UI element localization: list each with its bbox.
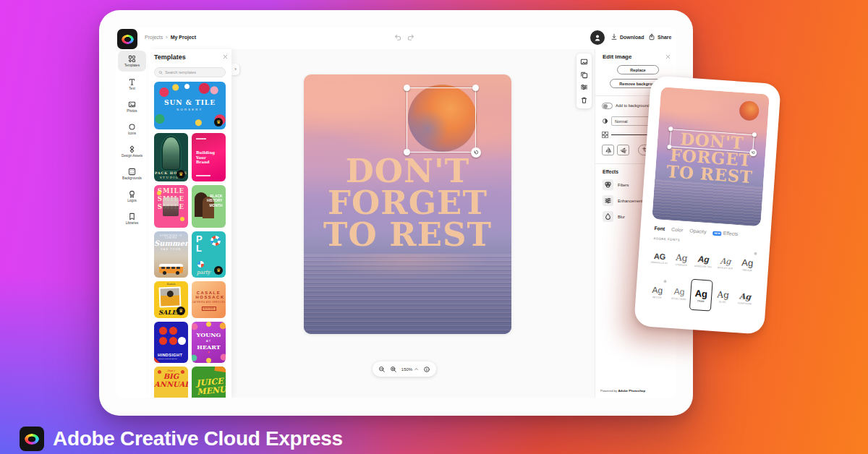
zoom-level-value: 150% [401,367,412,372]
canvas-info-button[interactable] [423,366,430,373]
download-button[interactable]: Download [610,33,644,40]
template-card-young-at-heart[interactable]: YOUNG AT HEART ♥ [192,322,226,363]
effects-section-title: Effects [603,169,618,174]
font-option[interactable]: AgATLAS SERIF [667,278,691,310]
phone-sun-orb[interactable] [739,100,760,121]
selection-box[interactable] [407,87,476,153]
breadcrumb-separator: › [166,35,167,40]
edit-panel-title: Edit image [603,53,631,60]
share-button[interactable]: Share [648,33,671,40]
template-card-pool-party[interactable]: PL party ♛ [192,231,226,278]
toolbar-delete-button[interactable] [580,96,588,104]
undo-button[interactable] [393,33,402,42]
template-card-sun-tile[interactable]: SUN & TILE NURSERY ♛ [154,82,226,129]
search-input[interactable] [165,70,221,74]
flip-vertical-button[interactable] [617,145,629,155]
trash-icon [580,96,588,104]
redo-button[interactable] [407,33,415,42]
rotate-handle[interactable] [471,147,481,158]
canvas-artwork[interactable]: DON'T FORGET TO REST [304,74,511,334]
creative-cloud-logo[interactable] [117,29,137,49]
artwork-ocean [304,254,511,334]
selection-handle-bl[interactable] [404,149,410,155]
effect-blur-row[interactable]: Blur [603,211,625,222]
add-to-background-toggle[interactable] [602,103,613,109]
templates-panel-close-button[interactable] [223,54,228,59]
edit-panel-close-button[interactable] [665,54,671,59]
selection-handle-tl[interactable] [404,85,410,91]
selection-handle-tr[interactable] [472,85,479,91]
font-option[interactable]: AgFUNKYDORI [733,282,757,314]
zoom-out-button[interactable] [378,366,386,373]
flip-horizontal-button[interactable] [602,145,614,155]
phone-device: DON'T FORGET TO REST Font Color Opacity … [634,75,781,335]
font-option[interactable]: AgAR COR [645,275,669,308]
phone-canvas-artwork[interactable]: DON'T FORGET TO REST [652,87,769,226]
tab-font[interactable]: Font [654,226,665,231]
sidebar-item-photos[interactable]: Photos [118,96,146,117]
flip-horizontal-icon [605,147,612,154]
sidebar-item-text[interactable]: Text [118,74,146,95]
font-option[interactable]: AgLITEROCK [670,244,694,276]
search-icon [158,70,163,75]
editor-screen: Projects › My Project Download Share [116,27,676,398]
tab-effects[interactable]: NEWEffects [712,230,738,236]
phone-screen: DON'T FORGET TO REST Font Color Opacity … [640,82,775,329]
template-card-summer[interactable]: SOMETHING IS COMING Summer VAN TOUR [154,231,188,278]
toolbar-image-button[interactable] [580,58,588,66]
powered-by-label: Powered by Adobe Photoshop [600,389,645,393]
template-card-sale[interactable]: Kadala SALE: ♛ [154,281,188,318]
font-option[interactable]: AgACROLINE SNS [692,245,715,278]
chevron-up-icon [414,367,419,372]
premium-dot-badge [664,280,667,283]
toolbar-adjust-button[interactable] [580,83,588,91]
phone-format-tabs: Font Color Opacity NEWEffects [654,226,738,236]
font-option[interactable]: AgELVEZ [711,280,735,313]
undo-icon [393,33,402,42]
template-card-casale-hossack[interactable]: CASALE HOSSACK CATERING AND SERVICES BOO… [192,281,226,318]
sidebar-item-backgrounds[interactable]: Backgrounds [118,163,146,184]
font-option[interactable]: AgBICKLEY SCR [713,247,737,279]
artwork-headline[interactable]: DON'T FORGET TO REST [304,155,511,251]
panel-collapse-button[interactable]: › [231,64,239,75]
effect-enhancements-row[interactable]: Enhancements [603,195,644,206]
template-card-black-history-month[interactable]: BLACK HISTORY MONTH [192,185,226,228]
user-avatar[interactable] [590,30,605,45]
redo-icon [407,33,415,42]
tab-opacity[interactable]: Opacity [689,228,706,234]
template-card-building-brand[interactable]: Building Your Brand [192,133,226,181]
close-icon [665,54,671,59]
sidebar-item-icons[interactable]: Icons [118,119,146,140]
image-icon [580,58,588,66]
effect-filters-row[interactable]: Filters [603,179,629,190]
template-card-big-annual[interactable]: Pam's BIG ANNUAL [154,367,188,398]
template-card-smile[interactable]: SMILE SMILE SMILE [154,185,188,228]
tab-color[interactable]: Color [671,227,684,233]
font-option[interactable]: AgTREVOR [736,248,760,280]
templates-icon [128,55,136,63]
opacity-icon [602,132,608,138]
premium-crown-badge: ♛ [214,266,223,275]
sidebar-item-templates[interactable]: Templates [118,51,146,72]
template-card-pack-house[interactable]: PACK HOUSE STUDIOS ♛ [154,133,188,181]
close-icon [223,54,228,59]
rotate-icon [473,150,479,155]
person-icon [593,33,602,42]
libraries-icon [128,213,136,220]
sidebar-item-libraries[interactable]: Libraries [118,208,146,229]
product-name: Adobe Creative Cloud Express [53,427,343,450]
font-option-selected[interactable]: AgCRAW [689,279,713,312]
zoom-in-button[interactable] [390,366,397,373]
filters-icon [604,181,612,189]
zoom-level-select[interactable]: 150% [401,367,419,372]
template-card-hindsight[interactable]: HINDSIGHT DESIGN CONFERENCE [154,322,188,363]
replace-button[interactable]: Replace [617,65,659,74]
toolbar-duplicate-button[interactable] [580,71,588,79]
template-search[interactable] [154,67,226,77]
template-card-juice-menu[interactable]: JUICE MENU [192,367,226,398]
sidebar-item-logos[interactable]: Logos [118,186,146,207]
font-option[interactable]: AGGRANVILLE HV [647,242,671,275]
sidebar-item-design-assets[interactable]: Design Assets [118,141,146,162]
breadcrumb-projects[interactable]: Projects [145,35,163,40]
van-illustration [159,264,183,273]
